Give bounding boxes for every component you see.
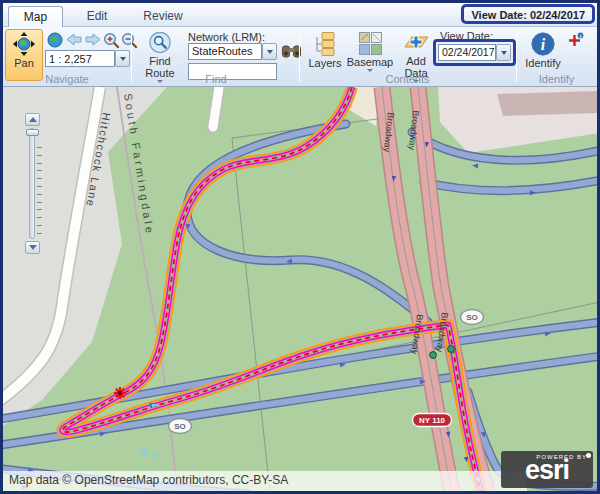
basemap: 32 SO SO NY 110 <box>3 87 597 491</box>
network-dropdown-button[interactable] <box>262 43 277 60</box>
layers-button-label: Layers <box>308 57 341 69</box>
triangle-up-icon <box>29 117 37 122</box>
view-date-dropdown-button[interactable] <box>496 44 511 61</box>
esri-brand-text: esri <box>501 457 593 484</box>
add-data-icon <box>403 32 430 54</box>
full-extent-button[interactable] <box>47 32 64 49</box>
app-window: Map Edit Review View Date: 02/24/2017 Pa… <box>0 0 600 494</box>
find-route-icon <box>147 31 173 54</box>
pan-icon <box>13 32 35 56</box>
layers-icon <box>313 32 337 56</box>
contents-group-text: Contents <box>385 73 429 85</box>
ribbon: Pan <box>3 27 597 87</box>
group-divider <box>131 30 132 82</box>
zoom-slider-down-button[interactable] <box>25 241 40 254</box>
zoom-in-button[interactable] <box>103 32 120 49</box>
group-divider <box>299 30 300 82</box>
tab-edit-label: Edit <box>87 9 108 23</box>
caret-down-icon <box>120 57 126 61</box>
identify-group-label: Identify <box>516 73 597 85</box>
tab-bar: Map Edit Review View Date: 02/24/2017 <box>3 3 597 27</box>
map-attribution-text: Map data © OpenStreetMap contributors, C… <box>9 473 288 487</box>
view-date-combobox[interactable]: 02/24/2017 <box>438 44 496 61</box>
basemap-icon <box>359 32 382 55</box>
triangle-down-icon <box>29 245 37 250</box>
tab-edit[interactable]: Edit <box>67 6 127 27</box>
identify-button-label: Identify <box>525 57 560 69</box>
zoom-slider-track[interactable] <box>29 128 35 239</box>
ny110-shield: NY 110 <box>413 414 452 427</box>
identify-route-icon: i <box>568 32 585 48</box>
identify-route-button[interactable]: i <box>568 32 585 49</box>
view-date-annotation-text: View Date: 02/24/2017 <box>471 9 585 21</box>
caret-down-icon <box>267 50 273 54</box>
navigate-group-label: Navigate <box>3 73 131 85</box>
zoom-in-icon <box>103 32 120 49</box>
previous-extent-button[interactable] <box>66 32 83 49</box>
network-lrm-text: Network (LRM): <box>188 31 265 43</box>
identify-icon: i <box>531 32 555 56</box>
zoom-slider-ticks <box>37 147 42 240</box>
zoom-slider-thumb[interactable] <box>26 129 39 136</box>
tab-map-label: Map <box>24 10 47 24</box>
caret-down-icon <box>367 69 373 72</box>
parkway-shield: SO <box>169 419 192 434</box>
building <box>497 91 597 116</box>
tab-review[interactable]: Review <box>130 6 196 27</box>
basemap-button-label: Basemap <box>347 56 393 68</box>
globe-icon <box>47 32 63 48</box>
scale-combobox[interactable] <box>45 50 115 67</box>
ny110-shield-label: NY 110 <box>419 416 446 425</box>
view-date-annotation: View Date: 02/24/2017 <box>461 4 595 24</box>
zoom-slider[interactable] <box>25 113 43 255</box>
parkway-shield: SO <box>461 310 484 325</box>
identify-group-text: Identify <box>539 73 574 85</box>
zoom-slider-up-button[interactable] <box>25 113 40 126</box>
measure-mark-label: 32 <box>138 447 148 457</box>
map-attribution: Map data © OpenStreetMap contributors, C… <box>3 471 527 491</box>
network-lrm-label: Network (LRM): <box>188 31 265 43</box>
network-combobox[interactable]: StateRoutes <box>188 43 262 60</box>
arrow-left-icon <box>66 32 82 47</box>
parkway-shield-label: SO <box>174 422 186 431</box>
svg-text:i: i <box>541 36 546 53</box>
caret-down-icon <box>501 51 507 55</box>
pan-button-label: Pan <box>14 57 34 69</box>
tab-review-label: Review <box>143 9 182 23</box>
tab-map[interactable]: Map <box>8 6 63 27</box>
find-group-label: Find <box>133 73 299 85</box>
find-group-text: Find <box>205 73 226 85</box>
navigate-group-text: Navigate <box>45 73 88 85</box>
esri-logo: POWERED BY esri <box>501 451 593 488</box>
network-combobox-value: StateRoutes <box>192 45 253 57</box>
arrow-right-icon <box>85 32 101 47</box>
parkway-shield-label: SO <box>466 313 478 322</box>
scale-dropdown-button[interactable] <box>115 50 130 67</box>
map-canvas[interactable]: 32 SO SO NY 110 <box>3 87 597 491</box>
view-date-value: 02/24/2017 <box>442 46 495 58</box>
next-extent-button[interactable] <box>85 32 102 49</box>
contents-group-label: Contents <box>301 73 514 85</box>
